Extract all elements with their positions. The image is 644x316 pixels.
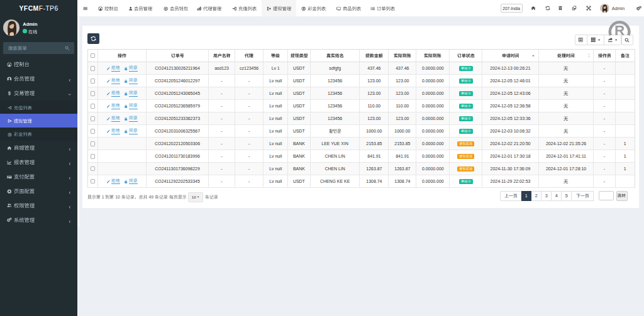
- svg-text:R: R: [615, 23, 625, 37]
